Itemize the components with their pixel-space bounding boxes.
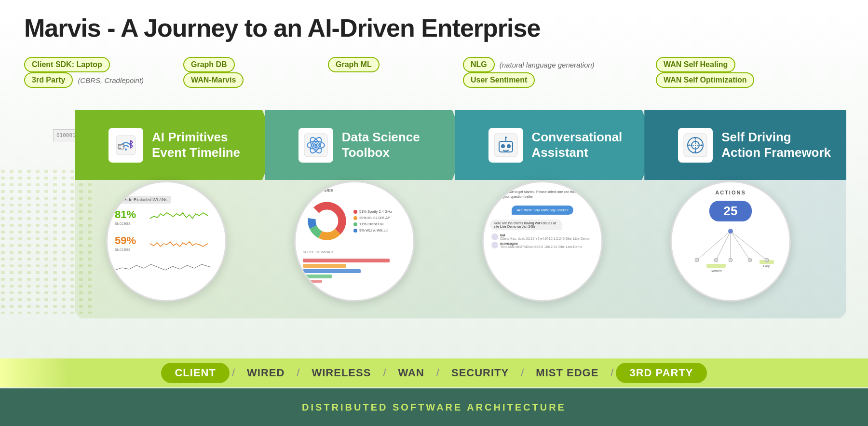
tag-nlg-detail: (natural language generation) bbox=[498, 61, 595, 69]
page-container: Marvis - A Journey to an AI-Driven Enter… bbox=[0, 0, 868, 426]
tag-wan-marvis: WAN-Marvis bbox=[183, 72, 244, 88]
svg-point-13 bbox=[501, 144, 505, 148]
segment-text-ai-primitives: AI Primitives Event Timeline bbox=[152, 130, 240, 160]
sep-4: / bbox=[434, 367, 442, 379]
donut-legend: 51% Spotty 2.4 GHz 20% ML 02.005 AP 11% … bbox=[353, 199, 392, 243]
svg-point-41 bbox=[728, 229, 733, 234]
dist-bar-text: DISTRIBUTED SOFTWARE ARCHITECTURE bbox=[302, 402, 566, 413]
segment-text-self-driving: Self Driving Action Framework bbox=[721, 130, 831, 160]
svg-text:Switch: Switch bbox=[710, 269, 722, 273]
tag-client-sdk: Client SDK: Laptop bbox=[24, 57, 110, 72]
bottom-item-mist-edge[interactable]: MIST EDGE bbox=[526, 367, 608, 379]
tag-user-sentiment: User Sentiment bbox=[463, 72, 535, 88]
scope-label: SCOPE OF IMPACT bbox=[303, 250, 408, 254]
chat-intro-text: Here are some to get started. Please sel… bbox=[488, 188, 597, 201]
metric-label-2: success bbox=[115, 247, 136, 252]
page-title: Marvis - A Journey to an AI-Driven Enter… bbox=[24, 14, 540, 42]
svg-line-35 bbox=[731, 231, 750, 260]
circle2-title: ABLE CAUSES bbox=[300, 188, 408, 192]
circle-self-driving: ACTIONS 25 Gap Switch bbox=[670, 171, 791, 302]
svg-point-26 bbox=[318, 212, 336, 230]
circle-data-science: ABLE CAUSES 51% Spotty 2.4 GHz 20% ML 02… bbox=[294, 171, 415, 302]
tag-3rd-party-detail: (CBRS, Cradlepoint) bbox=[76, 76, 144, 84]
chat-bubble-response: Here are the clients having WiFi issues … bbox=[490, 220, 562, 230]
segment-conversational: Conversational Assistant bbox=[455, 110, 657, 180]
metric-pct-green: 81% bbox=[115, 208, 136, 221]
actions-header: ACTIONS bbox=[672, 182, 789, 195]
svg-point-42 bbox=[695, 258, 699, 262]
donut-chart bbox=[305, 199, 349, 243]
segment-icon-wifi bbox=[108, 128, 143, 163]
svg-point-3 bbox=[125, 149, 127, 151]
chat-client-list: bui Client Mac: dcab:52:17:e7:e4:9f 10.1… bbox=[488, 232, 597, 250]
sep-2: / bbox=[294, 367, 302, 379]
tag-group-wan: WAN Self Healing WAN Self Optimization bbox=[656, 57, 754, 88]
svg-point-44 bbox=[729, 258, 732, 262]
tag-3rd-party: 3rd Party bbox=[24, 72, 73, 88]
arrow-banner: AI Primitives Event Timeline Data Scienc… bbox=[75, 110, 846, 180]
tag-wan-self-healing: WAN Self Healing bbox=[656, 57, 735, 72]
svg-text:Gap: Gap bbox=[763, 264, 771, 268]
bottom-item-wireless[interactable]: WIRELESS bbox=[302, 367, 380, 379]
metric-line-1: 81% success bbox=[115, 208, 218, 226]
circle-conversational: Here are some to get started. Please sel… bbox=[482, 171, 603, 302]
hide-wlans-badge: Hide Excluded WLANs bbox=[120, 196, 171, 204]
sparkline-1 bbox=[140, 209, 218, 226]
svg-rect-30 bbox=[303, 275, 332, 278]
bottom-item-client[interactable]: CLIENT bbox=[161, 363, 229, 383]
dot-grid-decoration bbox=[0, 169, 96, 314]
tag-group-nlg: NLG (natural language generation) User S… bbox=[463, 57, 595, 88]
svg-point-16 bbox=[505, 137, 507, 138]
bottom-item-3rd-party[interactable]: 3RD PARTY bbox=[616, 363, 706, 383]
segment-icon-arrows bbox=[678, 128, 713, 163]
dist-bar: DISTRIBUTED SOFTWARE ARCHITECTURE bbox=[0, 388, 868, 426]
action-diagram: Gap Switch bbox=[678, 226, 784, 284]
actions-number: 25 bbox=[709, 201, 752, 221]
sep-5: / bbox=[518, 367, 526, 379]
svg-line-33 bbox=[716, 231, 731, 260]
metric-line-2: 59% success bbox=[115, 234, 218, 252]
tag-nlg: NLG bbox=[463, 57, 495, 72]
chat-bubble-question: Are there any unhappy users? bbox=[512, 206, 573, 215]
tag-group-client: Client SDK: Laptop 3rd Party (CBRS, Crad… bbox=[24, 57, 144, 88]
svg-point-45 bbox=[748, 258, 752, 262]
segment-icon-atom bbox=[298, 128, 333, 163]
bottom-item-wan[interactable]: WAN bbox=[389, 367, 434, 379]
circle-ai-primitives: Hide Excluded WLANs 81% success 59% bbox=[106, 171, 227, 302]
bottom-item-wired[interactable]: WIRED bbox=[237, 367, 294, 379]
svg-rect-40 bbox=[706, 264, 726, 268]
svg-point-14 bbox=[507, 144, 511, 148]
bottom-item-security[interactable]: SECURITY bbox=[442, 367, 518, 379]
tag-graph-ml: Graph ML bbox=[328, 57, 380, 72]
metric-pct-orange: 59% bbox=[115, 234, 136, 247]
segment-text-data-science: Data Science Toolbox bbox=[342, 130, 420, 160]
svg-rect-27 bbox=[303, 259, 390, 262]
svg-line-32 bbox=[697, 231, 731, 260]
metric-label-1: success bbox=[115, 221, 136, 226]
donut-chart-area: 51% Spotty 2.4 GHz 20% ML 02.005 AP 11% … bbox=[300, 194, 408, 247]
segment-data-science: Data Science Toolbox bbox=[265, 110, 467, 180]
bar-chart-area bbox=[300, 256, 408, 285]
segment-self-driving: Self Driving Action Framework bbox=[644, 110, 846, 180]
svg-rect-31 bbox=[303, 280, 322, 283]
sparkline-2 bbox=[140, 235, 218, 252]
svg-point-10 bbox=[314, 144, 317, 147]
svg-point-43 bbox=[714, 258, 718, 262]
svg-point-46 bbox=[765, 258, 769, 262]
segment-icon-robot bbox=[488, 128, 523, 163]
tag-group-graph: Graph DB WAN-Marvis bbox=[183, 57, 244, 88]
segment-text-conversational: Conversational Assistant bbox=[532, 130, 623, 160]
svg-rect-29 bbox=[303, 269, 361, 273]
sep-3: / bbox=[380, 367, 388, 379]
tag-graph-db: Graph DB bbox=[183, 57, 235, 72]
bottom-bar: CLIENT / WIRED / WIRELESS / WAN / SECURI… bbox=[0, 358, 868, 387]
tag-group-graphml: Graph ML bbox=[328, 57, 380, 72]
segment-ai-primitives: AI Primitives Event Timeline bbox=[75, 110, 277, 180]
sep-1: / bbox=[230, 367, 237, 379]
sep-6: / bbox=[608, 367, 616, 379]
tag-wan-self-optimization: WAN Self Optimization bbox=[656, 72, 754, 88]
svg-rect-28 bbox=[303, 264, 346, 268]
svg-rect-1 bbox=[0, 169, 96, 314]
svg-line-36 bbox=[731, 231, 767, 260]
